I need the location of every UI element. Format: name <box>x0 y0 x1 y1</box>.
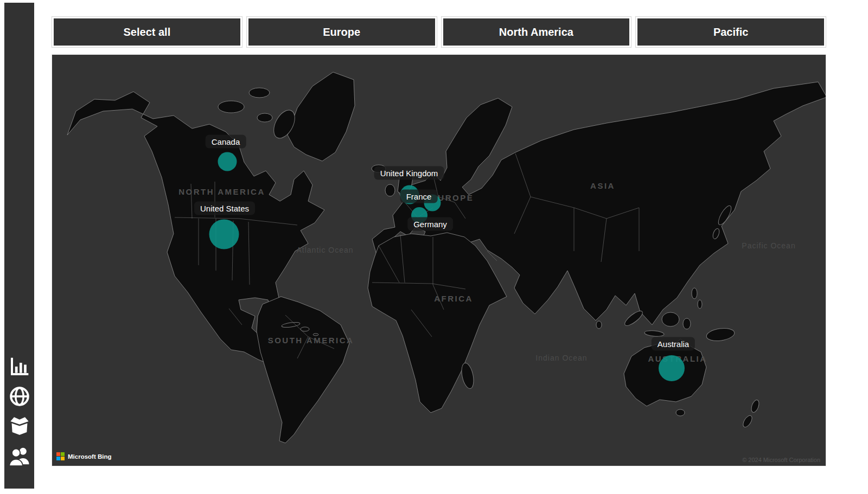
bar-chart-icon[interactable] <box>8 355 31 378</box>
country-label-australia: Australia <box>652 337 695 351</box>
sidebar <box>4 3 34 489</box>
map-copyright: © 2024 Microsoft Corporation <box>742 457 820 463</box>
world-map <box>52 55 826 466</box>
bing-attribution-label: Microsoft Bing <box>68 453 112 460</box>
map-region-label-asia: ASIA <box>590 181 615 190</box>
ocean-label-indian: Indian Ocean <box>535 354 587 362</box>
country-label-germany: Germany <box>407 217 453 231</box>
map-region-label-south-america: SOUTH AMERICA <box>268 336 354 345</box>
slicer-wrap: Europe <box>246 16 437 48</box>
region-slicer: Select all Europe North America Pacific <box>52 16 826 48</box>
slicer-wrap: Pacific <box>635 16 826 48</box>
bubble-united-states[interactable] <box>209 220 239 249</box>
world-map-visual[interactable]: NORTH AMERICA SOUTH AMERICA EUROPE AFRIC… <box>52 54 826 466</box>
slicer-wrap: Select all <box>52 16 242 48</box>
country-label-united-states: United States <box>194 202 255 215</box>
map-region-label-africa: AFRICA <box>434 294 473 303</box>
bubble-australia[interactable] <box>659 355 685 381</box>
open-box-icon[interactable] <box>8 415 31 438</box>
country-label-united-kingdom: United Kingdom <box>374 166 444 180</box>
microsoft-logo-icon <box>56 452 65 460</box>
people-icon[interactable] <box>8 445 31 467</box>
ocean-label-atlantic: Atlantic Ocean <box>296 246 353 254</box>
slicer-button-pacific[interactable]: Pacific <box>637 18 824 46</box>
country-label-france: France <box>400 190 438 203</box>
bing-logo[interactable]: Microsoft Bing <box>56 452 112 460</box>
slicer-wrap: North America <box>441 16 632 48</box>
globe-icon[interactable] <box>8 385 31 408</box>
slicer-button-select-all[interactable]: Select all <box>54 18 240 46</box>
ocean-label-pacific: Pacific Ocean <box>742 241 795 250</box>
bubble-canada[interactable] <box>218 152 237 171</box>
slicer-button-north-america[interactable]: North America <box>443 18 630 46</box>
slicer-button-europe[interactable]: Europe <box>248 18 435 46</box>
map-region-label-north-america: NORTH AMERICA <box>178 187 265 196</box>
sidebar-icon-list <box>4 355 34 467</box>
country-label-canada: Canada <box>206 135 246 149</box>
